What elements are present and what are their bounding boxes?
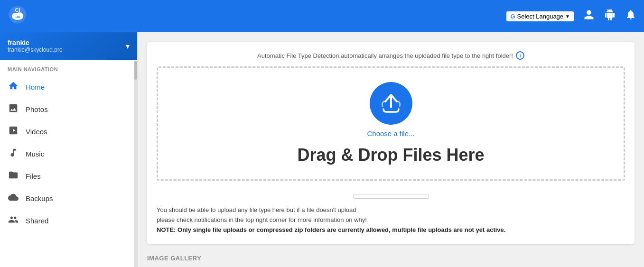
google-g-icon: G xyxy=(510,13,515,20)
sidebar-item-videos-label: Videos xyxy=(26,128,47,136)
nav-label: MAIN NAVIGATION xyxy=(0,64,137,76)
files-icon xyxy=(8,170,19,183)
upload-circle xyxy=(370,82,412,125)
sidebar-item-photos[interactable]: Photos xyxy=(0,98,137,120)
sidebar-item-music-label: Music xyxy=(26,150,44,158)
user-name: frankie xyxy=(8,39,63,46)
user-info: frankie frankie@skycloud.pro xyxy=(8,39,63,53)
sidebar-scrollbar-thumb xyxy=(134,61,137,80)
upload-arrow-icon xyxy=(379,91,403,116)
upload-notes: You should be able to upload any file ty… xyxy=(157,205,625,235)
sidebar: frankie frankie@skycloud.pro ▾ MAIN NAVI… xyxy=(0,32,138,267)
videos-icon xyxy=(8,125,19,138)
home-icon xyxy=(8,81,19,93)
svg-text:ud: ud xyxy=(15,14,20,18)
header-icons xyxy=(583,9,636,23)
logo-text: Cl ud xyxy=(8,5,28,28)
sidebar-item-home[interactable]: Home xyxy=(0,76,137,98)
choose-file-link[interactable]: Choose a file... xyxy=(367,129,414,138)
layout: frankie frankie@skycloud.pro ▾ MAIN NAVI… xyxy=(0,32,644,267)
upload-card: Automatic File Type Detection,automatica… xyxy=(147,42,635,244)
upload-note-line1: You should be able to upload any file ty… xyxy=(157,206,356,213)
drag-drop-text: Drag & Drop Files Here xyxy=(297,145,484,165)
sidebar-item-shared-label: Shared xyxy=(26,217,48,225)
sidebar-item-backups-label: Backups xyxy=(26,194,53,203)
user-section[interactable]: frankie frankie@skycloud.pro ▾ xyxy=(0,32,137,60)
sidebar-scrollbar xyxy=(134,61,137,267)
music-icon xyxy=(8,147,19,160)
android-icon[interactable] xyxy=(604,9,616,23)
sidebar-item-files[interactable]: Files xyxy=(0,165,137,187)
select-language-button[interactable]: G Select Language ▼ xyxy=(506,11,574,21)
logo-icon: Cl ud xyxy=(8,5,28,25)
upload-note-bold: NOTE: Only single file uploads or compre… xyxy=(157,226,505,233)
notification-bell-icon[interactable] xyxy=(625,9,636,23)
header-right: G Select Language ▼ xyxy=(506,9,636,23)
sidebar-item-home-label: Home xyxy=(26,83,45,91)
auto-detect-text: Automatic File Type Detection,automatica… xyxy=(257,52,513,59)
shared-icon xyxy=(8,214,19,227)
upload-progress-bar xyxy=(353,194,429,199)
sidebar-item-videos[interactable]: Videos xyxy=(0,120,137,143)
sidebar-item-shared[interactable]: Shared xyxy=(0,210,137,232)
person-icon[interactable] xyxy=(583,9,595,23)
language-dropdown-icon: ▼ xyxy=(565,14,570,19)
sidebar-item-backups[interactable]: Backups xyxy=(0,187,137,210)
image-gallery-title: IMAGE GALLERY xyxy=(147,255,201,262)
header: Cl ud G Select Language ▼ xyxy=(0,0,644,32)
image-gallery-section: IMAGE GALLERY xyxy=(147,254,635,262)
nav-section: MAIN NAVIGATION Home Photos Videos xyxy=(0,60,137,267)
auto-detect-bar: Automatic File Type Detection,automatica… xyxy=(157,51,625,60)
user-email: frankie@skycloud.pro xyxy=(8,46,63,53)
upload-note-line2: please check notifications in the top ri… xyxy=(157,216,367,223)
svg-text:Cl: Cl xyxy=(15,7,20,13)
info-icon[interactable]: i xyxy=(516,51,524,60)
backups-icon xyxy=(8,192,19,205)
logo: Cl ud xyxy=(8,5,28,28)
sidebar-item-photos-label: Photos xyxy=(26,105,48,113)
photos-icon xyxy=(8,103,19,116)
main-content: Automatic File Type Detection,automatica… xyxy=(138,32,644,267)
user-dropdown-chevron[interactable]: ▾ xyxy=(126,42,130,51)
sidebar-item-music[interactable]: Music xyxy=(0,143,137,165)
sidebar-item-files-label: Files xyxy=(26,172,41,180)
select-language-label: Select Language xyxy=(517,13,564,20)
drop-zone[interactable]: Choose a file... Drag & Drop Files Here xyxy=(157,66,625,181)
